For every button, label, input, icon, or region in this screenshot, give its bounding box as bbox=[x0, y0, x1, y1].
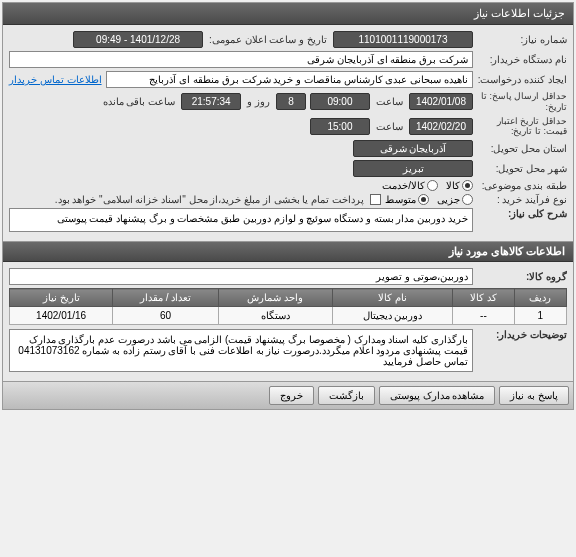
main-panel: جزئیات اطلاعات نیاز شماره نیاز: 11010011… bbox=[2, 2, 574, 410]
table-row[interactable]: 1 -- دوربین دیجیتال دستگاه 60 1402/01/16 bbox=[10, 307, 567, 325]
cell-code: -- bbox=[453, 307, 514, 325]
items-body: گروه کالا: دوربین،صوتی و تصویر ردیف کد ک… bbox=[3, 262, 573, 381]
cell-name: دوربین دیجیتال bbox=[332, 307, 453, 325]
org-label: نام دستگاه خریدار: bbox=[477, 54, 567, 65]
time-label-1: ساعت bbox=[374, 96, 405, 107]
th-name: نام کالا bbox=[332, 289, 453, 307]
validity-label: حداقل تاریخ اعتبار قیمت: تا تاریخ: bbox=[477, 116, 567, 138]
cell-qty: 60 bbox=[113, 307, 219, 325]
details-body: شماره نیاز: 1101001119000173 تاریخ و ساع… bbox=[3, 25, 573, 241]
radio-medium-dot bbox=[418, 194, 429, 205]
days-label: روز و bbox=[245, 96, 272, 107]
th-code: کد کالا bbox=[453, 289, 514, 307]
province-label: استان محل تحویل: bbox=[477, 143, 567, 154]
row-group: گروه کالا: دوربین،صوتی و تصویر bbox=[9, 268, 567, 285]
radio-small[interactable]: جزیی bbox=[437, 194, 473, 205]
radio-medium[interactable]: متوسط bbox=[385, 194, 429, 205]
cell-row: 1 bbox=[514, 307, 566, 325]
row-city: شهر محل تحویل: تبریز bbox=[9, 160, 567, 177]
group-value: دوربین،صوتی و تصویر bbox=[9, 268, 473, 285]
radio-service[interactable]: کالا/خدمت bbox=[382, 180, 438, 191]
deadline-label: حداقل ارسال پاسخ: تا تاریخ: bbox=[477, 91, 567, 113]
category-label: طبقه بندی موضوعی: bbox=[477, 180, 567, 191]
cell-date: 1402/01/16 bbox=[10, 307, 113, 325]
row-summary: شرح کلی نیاز: خرید دوربین مدار بسته و دس… bbox=[9, 208, 567, 232]
validity-date: 1402/02/20 bbox=[409, 118, 473, 135]
cell-unit: دستگاه bbox=[218, 307, 332, 325]
th-date: تاریخ نیاز bbox=[10, 289, 113, 307]
buyer-notes-value: بارگذاری کلیه اسناد ومدارک ( مخصوصا برگ … bbox=[9, 329, 473, 372]
row-requester: ایجاد کننده درخواست: ناهیده سبحانی عبدی … bbox=[9, 71, 567, 88]
row-buyer-notes: توضیحات خریدار: بارگذاری کلیه اسناد ومدا… bbox=[9, 329, 567, 372]
exit-button[interactable]: خروج bbox=[269, 386, 314, 405]
th-qty: تعداد / مقدار bbox=[113, 289, 219, 307]
requester-label: ایجاد کننده درخواست: bbox=[477, 74, 567, 85]
row-province: استان محل تحویل: آذربایجان شرقی bbox=[9, 140, 567, 157]
panel-title: جزئیات اطلاعات نیاز bbox=[3, 3, 573, 25]
announce-value: 1401/12/28 - 09:49 bbox=[73, 31, 203, 48]
payment-checkbox[interactable] bbox=[370, 194, 381, 205]
table-header-row: ردیف کد کالا نام کالا واحد شمارش تعداد /… bbox=[10, 289, 567, 307]
process-label: نوع فرآیند خرید : bbox=[477, 194, 567, 205]
city-value: تبریز bbox=[353, 160, 473, 177]
group-label: گروه کالا: bbox=[477, 271, 567, 282]
items-section-title: اطلاعات کالاهای مورد نیاز bbox=[3, 241, 573, 262]
city-label: شهر محل تحویل: bbox=[477, 163, 567, 174]
view-docs-button[interactable]: مشاهده مدارک پیوستی bbox=[379, 386, 496, 405]
announce-label: تاریخ و ساعت اعلان عمومی: bbox=[207, 34, 329, 45]
province-value: آذربایجان شرقی bbox=[353, 140, 473, 157]
summary-value: خرید دوربین مدار بسته و دستگاه سوئیچ و ل… bbox=[9, 208, 473, 232]
deadline-date: 1402/01/08 bbox=[409, 93, 473, 110]
category-radios: کالا کالا/خدمت bbox=[382, 180, 473, 191]
th-unit: واحد شمارش bbox=[218, 289, 332, 307]
back-button[interactable]: بازگشت bbox=[318, 386, 375, 405]
process-radios: جزیی متوسط bbox=[385, 194, 473, 205]
days-value: 8 bbox=[276, 93, 306, 110]
buyer-notes-label: توضیحات خریدار: bbox=[477, 329, 567, 340]
row-category: طبقه بندی موضوعی: کالا کالا/خدمت bbox=[9, 180, 567, 191]
summary-label: شرح کلی نیاز: bbox=[477, 208, 567, 219]
payment-note: پرداخت تمام یا بخشی از مبلغ خرید،از محل … bbox=[9, 194, 366, 205]
footer-bar: پاسخ به نیاز مشاهده مدارک پیوستی بازگشت … bbox=[3, 381, 573, 409]
radio-goods-dot bbox=[462, 180, 473, 191]
radio-goods[interactable]: کالا bbox=[446, 180, 473, 191]
row-process: نوع فرآیند خرید : جزیی متوسط پرداخت تمام… bbox=[9, 194, 567, 205]
requester-value: ناهیده سبحانی عبدی کارشناس مناقصات و خری… bbox=[106, 71, 473, 88]
need-number-label: شماره نیاز: bbox=[477, 34, 567, 45]
validity-time: 15:00 bbox=[310, 118, 370, 135]
remaining-label: ساعت باقی مانده bbox=[101, 96, 178, 107]
row-org: نام دستگاه خریدار: شرکت برق منطقه ای آذر… bbox=[9, 51, 567, 68]
contact-link[interactable]: اطلاعات تماس خریدار bbox=[9, 74, 102, 85]
row-validity: حداقل تاریخ اعتبار قیمت: تا تاریخ: 1402/… bbox=[9, 116, 567, 138]
radio-service-dot bbox=[427, 180, 438, 191]
need-number-value: 1101001119000173 bbox=[333, 31, 473, 48]
row-need-number: شماره نیاز: 1101001119000173 تاریخ و ساع… bbox=[9, 31, 567, 48]
time-label-2: ساعت bbox=[374, 121, 405, 132]
radio-small-dot bbox=[462, 194, 473, 205]
items-table: ردیف کد کالا نام کالا واحد شمارش تعداد /… bbox=[9, 288, 567, 325]
th-row: ردیف bbox=[514, 289, 566, 307]
org-value: شرکت برق منطقه ای آذربایجان شرقی bbox=[9, 51, 473, 68]
deadline-time: 09:00 bbox=[310, 93, 370, 110]
countdown: 21:57:34 bbox=[181, 93, 241, 110]
row-deadline: حداقل ارسال پاسخ: تا تاریخ: 1402/01/08 س… bbox=[9, 91, 567, 113]
respond-button[interactable]: پاسخ به نیاز bbox=[499, 386, 569, 405]
